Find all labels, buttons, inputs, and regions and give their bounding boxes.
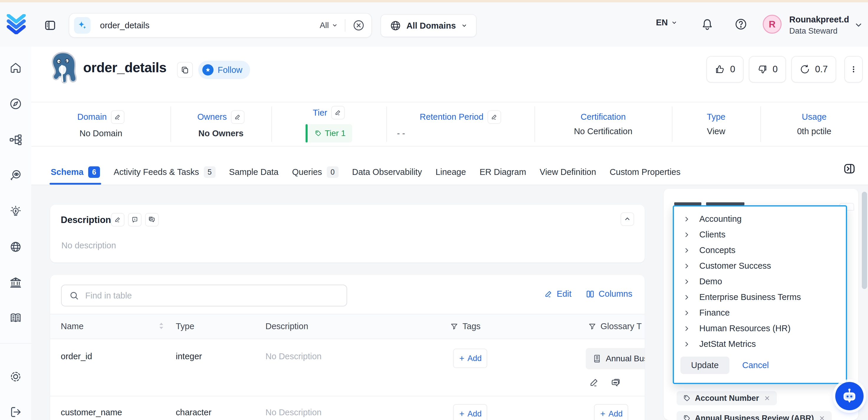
edit-owners-icon[interactable] bbox=[231, 110, 245, 124]
edit-description-icon[interactable] bbox=[111, 213, 124, 227]
edit-domain-icon[interactable] bbox=[111, 110, 124, 124]
find-in-table-input[interactable] bbox=[61, 284, 347, 306]
expand-panel-icon[interactable] bbox=[843, 162, 856, 176]
columns-button[interactable]: Columns bbox=[586, 289, 632, 299]
comments-icon[interactable] bbox=[145, 213, 159, 227]
notifications-bell-icon[interactable] bbox=[701, 18, 714, 31]
certification-label[interactable]: Certification bbox=[581, 112, 626, 122]
add-tag-button[interactable]: Add bbox=[453, 349, 487, 368]
tab-activity-feeds[interactable]: Activity Feeds & Tasks 5 bbox=[114, 159, 215, 185]
column-header-name[interactable]: Name bbox=[61, 322, 84, 331]
tab-data-observability[interactable]: Data Observability bbox=[352, 159, 422, 185]
sidebar-toggle-icon[interactable] bbox=[44, 19, 57, 32]
upvote-button[interactable]: 0 bbox=[706, 56, 744, 83]
language-selector[interactable]: EN bbox=[656, 18, 677, 27]
filter-icon[interactable] bbox=[450, 322, 458, 331]
edit-table-button[interactable]: Edit bbox=[545, 289, 571, 299]
glossary-node-customer-success[interactable]: Customer Success bbox=[674, 258, 846, 274]
tier-label[interactable]: Tier bbox=[313, 108, 328, 118]
glossary-node-enterprise-business-terms[interactable]: Enterprise Business Terms bbox=[674, 289, 846, 305]
usage-label[interactable]: Usage bbox=[802, 112, 827, 122]
insights-bulb-icon[interactable] bbox=[9, 205, 22, 218]
remove-term-icon[interactable] bbox=[819, 415, 825, 420]
edit-retention-icon[interactable] bbox=[488, 110, 501, 124]
column-header-description[interactable]: Description bbox=[266, 322, 308, 331]
score-button[interactable]: 0.7 bbox=[791, 56, 836, 83]
search-query-text[interactable]: order_details bbox=[100, 21, 150, 30]
downvote-button[interactable]: 0 bbox=[749, 56, 786, 83]
chevron-right-icon[interactable] bbox=[683, 216, 690, 222]
tab-lineage[interactable]: Lineage bbox=[436, 159, 466, 185]
governance-bank-icon[interactable] bbox=[9, 276, 22, 289]
tab-view-definition[interactable]: View Definition bbox=[540, 159, 596, 185]
glossary-node-finance[interactable]: Finance bbox=[674, 305, 846, 321]
all-domains-selector[interactable]: All Domains bbox=[380, 14, 476, 37]
chatbot-fab[interactable] bbox=[835, 382, 864, 410]
logout-icon[interactable] bbox=[9, 406, 22, 419]
clear-search-icon[interactable] bbox=[352, 19, 365, 32]
retention-label[interactable]: Retention Period bbox=[420, 112, 484, 122]
home-icon[interactable] bbox=[9, 61, 22, 74]
add-tag-button[interactable]: Add bbox=[453, 404, 487, 420]
follow-button[interactable]: Follow bbox=[198, 61, 250, 79]
help-icon[interactable] bbox=[734, 18, 747, 31]
glossary-node-demo[interactable]: Demo bbox=[674, 274, 846, 289]
tier-badge[interactable]: Tier 1 bbox=[306, 124, 352, 143]
chevron-right-icon[interactable] bbox=[683, 263, 690, 269]
sort-icon[interactable] bbox=[158, 322, 164, 330]
suggest-description-icon[interactable] bbox=[128, 213, 142, 227]
global-search-bar[interactable]: order_details All bbox=[69, 13, 372, 38]
column-header-glossary[interactable]: Glossary T bbox=[588, 322, 642, 331]
remove-term-icon[interactable] bbox=[764, 395, 770, 401]
domain-label[interactable]: Domain bbox=[77, 112, 107, 122]
copy-name-icon[interactable] bbox=[177, 62, 193, 78]
glossary-term-pill[interactable]: Annual Busine bbox=[586, 348, 645, 369]
workflow-icon[interactable] bbox=[9, 133, 22, 146]
type-label[interactable]: Type bbox=[707, 112, 725, 122]
table-row-order-id[interactable]: order_id integer No Description Add Annu… bbox=[50, 339, 645, 396]
filter-icon[interactable] bbox=[588, 322, 596, 331]
search-scope-dropdown[interactable]: All bbox=[320, 21, 338, 30]
glossary-node-human-resources[interactable]: Human Resources (HR) bbox=[674, 321, 846, 336]
atlan-logo-icon[interactable] bbox=[6, 14, 27, 34]
edit-glossary-icon[interactable] bbox=[589, 378, 601, 389]
settings-gear-icon[interactable] bbox=[9, 370, 22, 383]
tab-custom-properties[interactable]: Custom Properties bbox=[610, 159, 680, 185]
chevron-right-icon[interactable] bbox=[683, 310, 690, 316]
chevron-right-icon[interactable] bbox=[683, 341, 690, 348]
glossary-node-concepts[interactable]: Concepts bbox=[674, 242, 846, 258]
globe-icon[interactable] bbox=[9, 240, 22, 253]
more-actions-button[interactable] bbox=[844, 56, 863, 83]
add-glossary-term-button[interactable]: Add bbox=[594, 404, 628, 420]
scrollbar-thumb[interactable] bbox=[862, 192, 867, 289]
glossary-node-clients[interactable]: Clients bbox=[674, 227, 846, 242]
table-row-customer-name[interactable]: customer_name character varying(100) No … bbox=[50, 396, 645, 420]
user-avatar[interactable]: R bbox=[763, 15, 782, 34]
discover-lens-icon[interactable] bbox=[9, 169, 22, 182]
owners-label[interactable]: Owners bbox=[197, 112, 227, 122]
compass-icon[interactable] bbox=[9, 97, 22, 110]
chevron-right-icon[interactable] bbox=[683, 325, 690, 332]
glossary-book-icon[interactable] bbox=[9, 311, 22, 324]
glossary-node-jetstat-metrics[interactable]: JetStat Metrics bbox=[674, 336, 846, 352]
chevron-right-icon[interactable] bbox=[683, 247, 690, 253]
glossary-node-accounting[interactable]: Accounting bbox=[674, 211, 846, 227]
selected-term-pill[interactable]: Annual Business Review (ABR) bbox=[677, 411, 832, 420]
cancel-button[interactable]: Cancel bbox=[742, 360, 769, 370]
chevron-right-icon[interactable] bbox=[683, 232, 690, 238]
find-in-table-field[interactable] bbox=[85, 291, 339, 301]
collapse-description-icon[interactable] bbox=[621, 212, 634, 226]
update-button[interactable]: Update bbox=[680, 357, 730, 374]
selected-term-pill[interactable]: Account Number bbox=[677, 391, 777, 405]
chevron-right-icon[interactable] bbox=[683, 278, 690, 285]
tab-er-diagram[interactable]: ER Diagram bbox=[479, 159, 526, 185]
tab-schema[interactable]: Schema 6 bbox=[51, 159, 100, 185]
user-menu-chevron-icon[interactable] bbox=[854, 21, 863, 30]
tab-queries[interactable]: Queries 0 bbox=[292, 159, 338, 185]
comment-glossary-icon[interactable] bbox=[610, 378, 622, 389]
chevron-right-icon[interactable] bbox=[683, 294, 690, 301]
tab-sample-data[interactable]: Sample Data bbox=[229, 159, 279, 185]
column-header-type[interactable]: Type bbox=[176, 322, 194, 331]
edit-tier-icon[interactable] bbox=[331, 106, 345, 119]
column-header-tags[interactable]: Tags bbox=[450, 322, 480, 331]
